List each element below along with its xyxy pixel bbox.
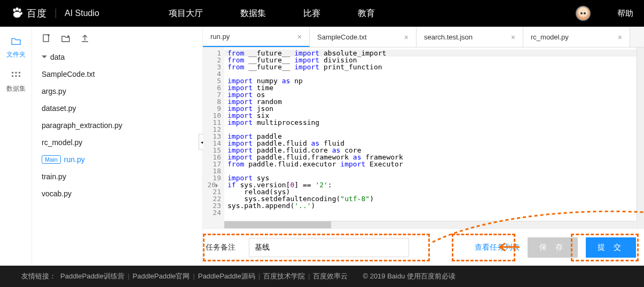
code-editor[interactable]: 123456789101112131415161718192021222324 … [203,47,644,228]
footer-link[interactable]: PaddlePaddle训练营 [60,272,124,280]
close-tab-icon[interactable]: × [618,33,622,42]
editor-area: ◄ run.py×SampleCode.txt×search.test.json… [203,27,644,266]
rail-datasets[interactable]: 数据集 [0,71,32,93]
svg-point-7 [12,75,13,77]
svg-point-8 [15,75,17,77]
svg-point-1 [16,7,19,11]
code-content[interactable]: from __future__ import absolute_importfr… [224,47,644,228]
avatar[interactable] [576,6,591,21]
editor-tab[interactable]: run.py× [203,27,310,47]
footer-link[interactable]: PaddlePaddle源码 [198,272,255,280]
svg-point-4 [12,72,13,74]
task-bar: 任务备注 查看任务列表 保 存 提 交 [203,228,644,266]
task-remark-input[interactable] [249,238,409,257]
close-tab-icon[interactable]: × [511,33,515,42]
footer-prefix: 友情链接： [21,272,56,281]
horizontal-scrollbar[interactable] [224,221,636,228]
task-remark-label: 任务备注 [206,243,235,252]
editor-tab[interactable]: search.test.json× [417,27,523,47]
svg-point-6 [18,72,20,74]
top-header: 百度 AI Studio 项目大厅 数据集 比赛 教育 帮助 [0,0,644,27]
nav-datasets[interactable]: 数据集 [240,8,266,19]
folder-icon [11,37,21,45]
new-file-icon[interactable] [42,34,51,43]
file-explorer: data SampleCode.txtargs.pydataset.pypara… [32,27,203,266]
editor-tab[interactable]: SampleCode.txt× [310,27,417,47]
nav-education[interactable]: 教育 [358,8,375,19]
close-tab-icon[interactable]: × [404,33,409,42]
svg-point-2 [19,9,21,12]
save-button[interactable]: 保 存 [528,237,578,258]
svg-rect-10 [43,35,49,42]
line-gutter: 123456789101112131415161718192021222324 [203,47,224,228]
explorer-toolbar [32,34,202,49]
submit-button[interactable]: 提 交 [586,237,636,258]
scrollbar-thumb[interactable] [224,221,331,228]
editor-tabs: run.py×SampleCode.txt×search.test.json×r… [203,27,644,47]
svg-point-5 [15,72,17,74]
file-item[interactable]: train.py [32,168,202,185]
footer-link[interactable]: 百度效率云 [313,272,348,280]
file-run-py[interactable]: Main run.py [32,151,202,168]
help-link[interactable]: 帮助 [617,9,633,19]
editor-tab[interactable]: rc_model.py× [523,27,630,47]
rail-files[interactable]: 文件夹 [0,37,32,59]
footer: 友情链接： PaddlePaddle训练营|PaddlePaddle官网|Pad… [0,266,644,287]
file-item[interactable]: args.py [32,83,202,100]
grid-icon [11,71,21,79]
file-item[interactable]: paragraph_extraction.py [32,117,202,134]
upload-icon[interactable] [80,34,90,43]
file-item[interactable]: dataset.py [32,100,202,117]
main-badge: Main [42,155,61,164]
new-folder-icon[interactable] [61,34,70,43]
chevron-down-icon [42,55,47,61]
logo-divider [56,9,56,18]
top-nav: 项目大厅 数据集 比赛 教育 [169,8,375,19]
logo-text: 百度 [27,7,47,20]
svg-point-9 [18,75,20,77]
footer-copyright: © 2019 Baidu 使用百度前必读 [363,272,455,281]
file-item[interactable]: SampleCode.txt [32,66,202,83]
file-item[interactable]: vocab.py [32,185,202,202]
close-tab-icon[interactable]: × [297,33,302,41]
left-rail: 文件夹 数据集 [0,27,32,266]
svg-point-0 [13,9,16,12]
footer-link[interactable]: PaddlePaddle官网 [132,272,190,280]
footer-link[interactable]: 百度技术学院 [263,272,305,280]
view-task-list-link[interactable]: 查看任务列表 [475,243,520,252]
nav-competition[interactable]: 比赛 [303,8,320,19]
paw-icon [11,7,23,20]
studio-text: AI Studio [65,9,99,18]
logo[interactable]: 百度 AI Studio [11,7,99,20]
nav-project-hall[interactable]: 项目大厅 [169,8,203,19]
vertical-scrollbar[interactable] [637,47,644,228]
file-item[interactable]: rc_model.py [32,134,202,151]
folder-data[interactable]: data [32,49,202,66]
